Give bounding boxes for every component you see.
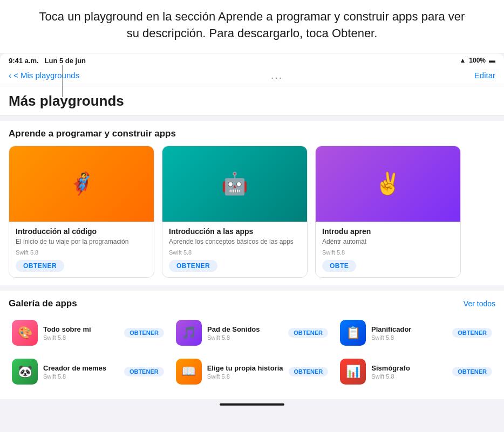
- featured-card-subtitle-2: Adéntr automát: [322, 238, 454, 246]
- gallery-info-2: Planificador Swift 5.8: [371, 325, 447, 341]
- section-gallery-title: Galería de apps: [9, 298, 77, 309]
- gallery-title-5: Sismógrafo: [371, 364, 447, 372]
- featured-card-subtitle-0: El inicio de tu viaje por la programació…: [16, 238, 147, 246]
- gallery-title-4: Elige tu propia historia: [207, 364, 283, 372]
- gallery-info-3: Creador de memes Swift 5.8: [43, 364, 119, 380]
- gallery-item-0[interactable]: 🎨 Todo sobre mí Swift 5.8 OBTENER: [9, 316, 167, 350]
- gallery-obtener-0[interactable]: OBTENER: [124, 328, 164, 338]
- wifi-label: 100%: [469, 57, 486, 64]
- section-learn-title: Aprende a programar y construir apps: [9, 128, 176, 139]
- section-learn: Aprende a programar y construir apps 🦸 I…: [0, 121, 504, 286]
- battery-icon: ▬: [489, 57, 495, 64]
- tooltip-line: [62, 65, 63, 97]
- more-button[interactable]: ...: [271, 69, 283, 81]
- gallery-version-4: Swift 5.8: [207, 373, 283, 380]
- gallery-obtener-2[interactable]: OBTENER: [452, 328, 492, 338]
- gallery-info-0: Todo sobre mí Swift 5.8: [43, 325, 119, 341]
- gallery-item-2[interactable]: 📋 Planificador Swift 5.8 OBTENER: [337, 316, 495, 350]
- gallery-version-1: Swift 5.8: [207, 334, 283, 341]
- featured-card-1[interactable]: 🤖 Introducción a las apps Aprende los co…: [162, 146, 308, 278]
- status-right: ▲ 100% ▬: [459, 57, 495, 64]
- gallery-row-1: 🎨 Todo sobre mí Swift 5.8 OBTENER 🎵 Pad …: [9, 316, 495, 350]
- gallery-info-1: Pad de Sonidos Swift 5.8: [207, 325, 283, 341]
- gallery-item-5[interactable]: 📊 Sismógrafo Swift 5.8 OBTENER: [337, 354, 495, 389]
- gallery-icon-5: 📊: [340, 359, 366, 385]
- gallery-icon-1: 🎵: [176, 320, 202, 346]
- gallery-row-2: 🐼 Creador de memes Swift 5.8 OBTENER 📖 E…: [9, 354, 495, 389]
- gallery-icon-4: 📖: [176, 359, 202, 385]
- obtener-button-0[interactable]: OBTENER: [16, 260, 64, 272]
- home-indicator: [220, 403, 284, 406]
- featured-card-title-0: Introducción al código: [16, 227, 147, 236]
- gallery-obtener-3[interactable]: OBTENER: [124, 367, 164, 376]
- chevron-left-icon: ‹: [9, 71, 11, 80]
- section-gallery: Galería de apps Ver todos 🎨 Todo sobre m…: [0, 291, 504, 399]
- featured-card-body-0: Introducción al código El inicio de tu v…: [9, 222, 154, 278]
- featured-card-body-2: Introdu apren Adéntr automát Swift 5.8 O…: [316, 222, 460, 278]
- featured-card-0[interactable]: 🦸 Introducción al código El inicio de tu…: [9, 146, 154, 278]
- gallery-icon-2: 📋: [340, 320, 366, 346]
- featured-card-image-2: ✌️: [316, 146, 460, 222]
- gallery-version-5: Swift 5.8: [371, 373, 447, 380]
- obtener-button-1[interactable]: OBTENER: [169, 260, 217, 272]
- section-learn-header: Aprende a programar y construir apps: [9, 128, 495, 139]
- featured-card-title-2: Introdu apren: [322, 227, 454, 236]
- device-frame: 9:41 a.m. Lun 5 de jun ▲ 100% ▬ ‹ < Mis …: [0, 53, 504, 410]
- gallery-title-2: Planificador: [371, 325, 447, 333]
- gallery-item-1[interactable]: 🎵 Pad de Sonidos Swift 5.8 OBTENER: [173, 316, 331, 350]
- back-button[interactable]: ‹ < Mis playgrounds: [9, 71, 79, 80]
- status-bar: 9:41 a.m. Lun 5 de jun ▲ 100% ▬: [0, 53, 504, 67]
- featured-card-image-1: 🤖: [162, 146, 307, 222]
- status-time: 9:41 a.m. Lun 5 de jun: [9, 57, 86, 65]
- gallery-obtener-1[interactable]: OBTENER: [288, 328, 328, 338]
- tooltip-area: Toca un playground en la sección Aprende…: [0, 0, 504, 53]
- gallery-item-4[interactable]: 📖 Elige tu propia historia Swift 5.8 OBT…: [173, 354, 332, 389]
- section-gallery-header: Galería de apps Ver todos: [9, 298, 495, 309]
- featured-card-version-1: Swift 5.8: [169, 249, 301, 256]
- gallery-icon-0: 🎨: [12, 320, 38, 346]
- gallery-version-0: Swift 5.8: [43, 334, 119, 341]
- gallery-version-2: Swift 5.8: [371, 334, 447, 341]
- page-title: Más playgrounds: [0, 86, 504, 115]
- featured-card-image-0: 🦸: [9, 146, 154, 222]
- gallery-info-5: Sismógrafo Swift 5.8: [371, 364, 447, 380]
- bottom-indicator: [0, 399, 504, 410]
- featured-row: 🦸 Introducción al código El inicio de tu…: [9, 146, 495, 278]
- featured-card-title-1: Introducción a las apps: [169, 227, 301, 236]
- featured-card-body-1: Introducción a las apps Aprende los conc…: [162, 222, 307, 278]
- featured-card-version-2: Swift 5.8: [322, 249, 454, 256]
- gallery-obtener-5[interactable]: OBTENER: [452, 367, 492, 376]
- gallery-version-3: Swift 5.8: [43, 373, 119, 380]
- featured-card-version-0: Swift 5.8: [16, 249, 147, 256]
- gallery-obtener-4[interactable]: OBTENER: [289, 367, 329, 376]
- wifi-icon: ▲: [459, 57, 466, 64]
- gallery-item-3[interactable]: 🐼 Creador de memes Swift 5.8 OBTENER: [9, 354, 167, 389]
- main-content: Más playgrounds Aprende a programar y co…: [0, 86, 504, 399]
- gallery-title-3: Creador de memes: [43, 364, 119, 372]
- gallery-title-1: Pad de Sonidos: [207, 325, 283, 333]
- gallery-title-0: Todo sobre mí: [43, 325, 119, 333]
- obtener-button-2[interactable]: OBTE: [322, 260, 356, 272]
- featured-card-2[interactable]: ✌️ Introdu apren Adéntr automát Swift 5.…: [315, 146, 461, 278]
- see-all-button[interactable]: Ver todos: [464, 299, 495, 308]
- gallery-icon-3: 🐼: [12, 359, 38, 385]
- featured-card-subtitle-1: Aprende los conceptos básicos de las app…: [169, 238, 301, 246]
- back-label: < Mis playgrounds: [13, 71, 79, 80]
- nav-bar: ‹ < Mis playgrounds ... Editar: [0, 67, 504, 86]
- tooltip-text: Toca un playground en la sección Aprende…: [32, 9, 472, 42]
- edit-button[interactable]: Editar: [474, 71, 495, 80]
- gallery-info-4: Elige tu propia historia Swift 5.8: [207, 364, 283, 380]
